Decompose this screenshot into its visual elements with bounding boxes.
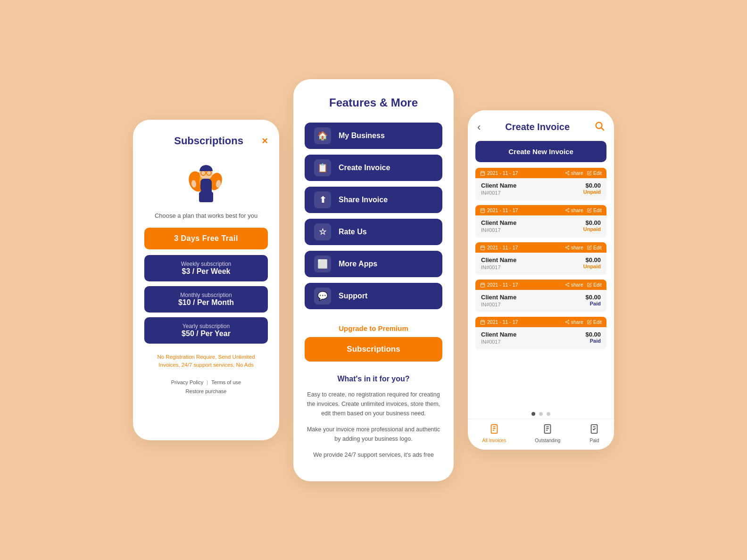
- search-icon[interactable]: [594, 121, 605, 133]
- invoice-amount: $0.00 Unpaid: [583, 219, 601, 232]
- share-invoice-btn[interactable]: share: [565, 245, 583, 250]
- svg-rect-41: [481, 283, 484, 287]
- invoice-date: 2021 - 11 - 17: [480, 170, 518, 176]
- edit-invoice-btn[interactable]: Edit: [587, 207, 602, 213]
- whats-in-title: What's in it for you?: [337, 375, 409, 383]
- share-invoice-btn[interactable]: share: [565, 170, 583, 176]
- create-new-invoice-button[interactable]: Create New Invoice: [475, 141, 606, 162]
- my-business-label: My Business: [339, 132, 385, 140]
- support-button[interactable]: 💬 Support: [305, 283, 442, 309]
- svg-rect-0: [199, 192, 213, 202]
- svg-rect-50: [481, 320, 484, 324]
- edit-invoice-btn[interactable]: Edit: [587, 245, 602, 250]
- features-card: Features & More 🏠 My Business 📋 Create I…: [293, 79, 454, 481]
- invoice-item-header: 2021 - 11 - 17 share Edit: [475, 205, 606, 215]
- my-business-button[interactable]: 🏠 My Business: [305, 123, 442, 149]
- svg-point-55: [565, 321, 567, 323]
- close-button[interactable]: ×: [262, 136, 268, 146]
- outstanding-icon: [542, 424, 553, 436]
- features-title: Features & More: [329, 96, 418, 109]
- svg-line-39: [566, 247, 568, 247]
- create-invoice-menu-button[interactable]: 📋 Create Invoice: [305, 155, 442, 181]
- svg-rect-23: [481, 208, 484, 212]
- invoice-item-header: 2021 - 11 - 17 share Edit: [475, 280, 606, 290]
- yearly-plan-button[interactable]: Yearly subscription $50 / Per Year: [144, 317, 268, 344]
- edit-invoice-btn[interactable]: Edit: [587, 170, 602, 176]
- yearly-plan-price: $50 / Per Year: [144, 329, 268, 338]
- dot-3[interactable]: [547, 412, 550, 416]
- chat-icon: 💬: [314, 288, 331, 305]
- svg-point-56: [568, 323, 569, 324]
- rate-us-button[interactable]: ☆ Rate Us: [305, 219, 442, 245]
- share-invoice-label: Share Invoice: [339, 196, 388, 204]
- invoice-date: 2021 - 11 - 17: [480, 282, 518, 288]
- subscriptions-card: Subscriptions ×: [133, 120, 279, 440]
- monthly-plan-button[interactable]: Monthly subscription $10 / Per Month: [144, 286, 268, 313]
- share-icon: ⬆: [314, 191, 331, 208]
- share-invoice-btn[interactable]: share: [565, 282, 583, 288]
- svg-point-20: [568, 174, 569, 175]
- terms-link[interactable]: Terms of use: [211, 379, 241, 385]
- screens-container: Subscriptions ×: [114, 51, 633, 510]
- edit-invoice-btn[interactable]: Edit: [587, 282, 602, 288]
- svg-point-45: [568, 283, 569, 284]
- invoice-amount: $0.00 Unpaid: [583, 182, 601, 195]
- svg-point-54: [568, 320, 569, 321]
- dot-1[interactable]: [531, 412, 535, 416]
- invoice-item-body: Client Name IN#0017 $0.00 Unpaid: [475, 253, 606, 275]
- monthly-plan-name: Monthly subscription: [144, 292, 268, 298]
- back-button[interactable]: ‹: [477, 121, 481, 133]
- svg-point-46: [565, 284, 567, 286]
- invoice-item-body: Client Name IN#0017 $0.00 Paid: [475, 327, 606, 349]
- client-name: Client Name: [481, 182, 516, 189]
- invoice-number: IN#0017: [481, 190, 516, 196]
- card-header: Subscriptions ×: [144, 135, 268, 147]
- restore-link[interactable]: Restore purchase: [186, 388, 227, 394]
- home-icon: 🏠: [314, 127, 331, 144]
- share-invoice-btn[interactable]: share: [565, 319, 583, 325]
- svg-point-12: [596, 123, 602, 129]
- client-name: Client Name: [481, 256, 516, 264]
- invoice-item-header: 2021 - 11 - 17 share Edit: [475, 317, 606, 327]
- star-icon: ☆: [314, 223, 331, 240]
- whats-in-text-1: Easy to create, no registration required…: [305, 390, 442, 418]
- more-apps-label: More Apps: [339, 260, 377, 268]
- invoice-item-header: 2021 - 11 - 17 share Edit: [475, 168, 606, 178]
- weekly-plan-price: $3 / Per Week: [144, 267, 268, 276]
- weekly-plan-button[interactable]: Weekly subscription $3 / Per Week: [144, 255, 268, 281]
- invoice-item: 2021 - 11 - 17 share Edit: [475, 168, 606, 200]
- invoice-item-header: 2021 - 11 - 17 share Edit: [475, 242, 606, 253]
- more-apps-button[interactable]: ⬜ More Apps: [305, 251, 442, 277]
- invoice-date: 2021 - 11 - 17: [480, 207, 518, 213]
- invoice-item: 2021 - 11 - 17 share Edit: [475, 205, 606, 238]
- whats-in-text-2: Make your invoice more professional and …: [305, 425, 442, 444]
- pagination-dots: [468, 408, 614, 419]
- dot-2[interactable]: [539, 412, 543, 416]
- invoice-status: Paid: [585, 338, 601, 344]
- all-invoices-icon: [489, 424, 499, 436]
- nav-outstanding[interactable]: Outstanding: [535, 424, 560, 443]
- nav-paid[interactable]: Paid: [589, 424, 599, 443]
- svg-line-49: [566, 285, 568, 286]
- svg-point-38: [568, 248, 569, 250]
- bottom-navigation: All Invoices Outstanding Paid: [468, 419, 614, 450]
- free-trial-button[interactable]: 3 Days Free Trail: [144, 228, 268, 249]
- svg-line-48: [566, 284, 568, 285]
- paid-icon: [589, 424, 599, 436]
- invoice-status: Unpaid: [583, 264, 601, 269]
- share-invoice-btn[interactable]: share: [565, 207, 583, 213]
- client-name: Client Name: [481, 331, 516, 338]
- invoice-amount: $0.00 Paid: [585, 294, 601, 306]
- nav-all-invoices[interactable]: All Invoices: [482, 424, 506, 443]
- invoice-item: 2021 - 11 - 17 share Edit: [475, 317, 606, 349]
- whats-in-text-3: We provide 24/7 support services, it's a…: [313, 450, 434, 460]
- invoice-number: IN#0017: [481, 339, 516, 345]
- subscriptions-button[interactable]: Subscriptions: [305, 337, 442, 362]
- apps-icon: ⬜: [314, 255, 331, 272]
- upgrade-label: Upgrade to Premium: [339, 324, 408, 332]
- svg-rect-6: [200, 179, 212, 192]
- privacy-link[interactable]: Privacy Policy: [171, 379, 203, 385]
- edit-invoice-btn[interactable]: Edit: [587, 319, 602, 325]
- svg-line-21: [566, 172, 568, 173]
- share-invoice-button[interactable]: ⬆ Share Invoice: [305, 187, 442, 213]
